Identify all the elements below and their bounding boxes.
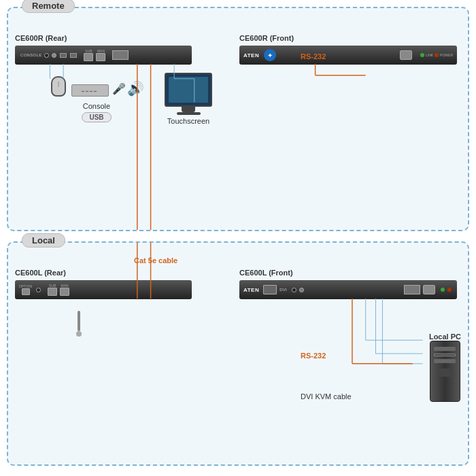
ce600r-front-bar: ATEN ✦ LINK POWER [239, 46, 457, 65]
link-text: LINK [426, 53, 433, 57]
ce600l-front-label: CE600L (Front) [239, 269, 293, 277]
ce600r-rear-label: CE600R (Rear) [15, 34, 67, 42]
mouse-icon [51, 76, 66, 97]
led-group-remote: LINK POWER [419, 53, 453, 57]
dvi-port-rear [112, 50, 129, 60]
front-local-ports [290, 288, 305, 292]
console-devices: 🎤 🔊 [51, 76, 143, 97]
audio-front-local-1 [292, 288, 296, 292]
usb-port-rear-2 [70, 53, 77, 58]
audio-dongle [76, 311, 82, 337]
monitor-screen [169, 77, 208, 103]
dvi-text-local: DVI [279, 288, 287, 292]
remote-label: Remote [22, 0, 75, 13]
monitor-icon [165, 73, 212, 107]
ce600r-front-label: CE600R (Front) [239, 34, 294, 42]
sub-local-group: SUB [48, 284, 57, 296]
usb-badge-remote: USB [82, 112, 111, 122]
keyboard-icon [71, 84, 109, 97]
rs232-label-local: RS-232 [301, 352, 326, 360]
serial-port-remote [400, 50, 412, 60]
mic-icon: 🎤 [114, 80, 124, 97]
aten-logo-remote: ATEN [243, 52, 259, 58]
aten-logo-local: ATEN [243, 287, 259, 293]
power-led-local [447, 288, 452, 292]
main-container: Remote CE600R (Rear) CONSOLE SUB MAN [7, 7, 469, 469]
dvi-kvm-label: DVI KVM cable [301, 392, 352, 401]
local-pc-label: Local PC [429, 333, 461, 341]
console-label: Console [83, 102, 110, 110]
power-led [435, 53, 439, 57]
option-port [22, 288, 30, 295]
monitor-base [177, 112, 201, 115]
option-port-group: OPTION [19, 284, 32, 295]
monitor-stand [182, 107, 195, 112]
man-port-group: MAN [96, 49, 105, 61]
local-label: Local [22, 233, 65, 248]
power-text: POWER [440, 53, 453, 57]
ce600l-rear-label: CE600L (Rear) [15, 269, 66, 277]
man-port [96, 53, 105, 61]
pc-drive-1 [434, 347, 456, 351]
dvi-local-port [263, 285, 277, 294]
audio-port-2 [52, 53, 56, 58]
console-text: CONSOLE [20, 53, 41, 57]
local-pc: Local PC [429, 331, 461, 402]
cat5e-label: Cat 5e cable [134, 256, 177, 265]
sub-man-ports: SUB MAN [84, 49, 105, 61]
link-led [420, 53, 424, 57]
audio-front-local-2 [299, 288, 304, 292]
pc-tower [430, 341, 460, 402]
pc-drive-slot [434, 354, 456, 356]
power-indicator-remote: ✦ [264, 49, 276, 61]
link-led-local [441, 288, 445, 292]
man-local-port [60, 288, 69, 296]
console-area: 🎤 🔊 Console USB [15, 76, 178, 122]
usb-port-rear [60, 53, 67, 58]
console-text-group: Console USB [82, 102, 111, 122]
serial-local [423, 285, 435, 294]
local-section: Local Cat 5e cable CE600L (Rear) OPTION … [7, 241, 469, 466]
sub-local-port [48, 288, 57, 296]
dongle-head [76, 331, 82, 337]
ce600l-front-bar: ATEN DVI [239, 280, 457, 299]
pc-drive-2 [434, 359, 456, 363]
man-local-group: MAN [60, 284, 69, 296]
ce600r-rear-bar: CONSOLE SUB MAN [15, 46, 192, 65]
dongle-body [78, 311, 80, 331]
sub-man-local: SUB MAN [48, 284, 69, 296]
monitor-area: Touchscreen [165, 73, 212, 125]
sub-port-group: SUB [84, 49, 93, 61]
remote-section: Remote CE600R (Rear) CONSOLE SUB MAN [7, 7, 469, 231]
audio-port-local-1 [36, 288, 41, 292]
led-group-local [439, 288, 453, 292]
sub-port [84, 53, 93, 61]
audio-port-1 [44, 53, 49, 58]
rs232-label-remote: RS-232 [301, 52, 326, 61]
local-connectors-svg [8, 243, 468, 464]
touchscreen-label: Touchscreen [167, 117, 209, 125]
pc-ports [439, 369, 451, 377]
speaker-icon: 🔊 [129, 80, 143, 97]
dvi-out-local [404, 285, 420, 294]
ce600l-rear-bar: OPTION SUB MAN [15, 280, 192, 299]
